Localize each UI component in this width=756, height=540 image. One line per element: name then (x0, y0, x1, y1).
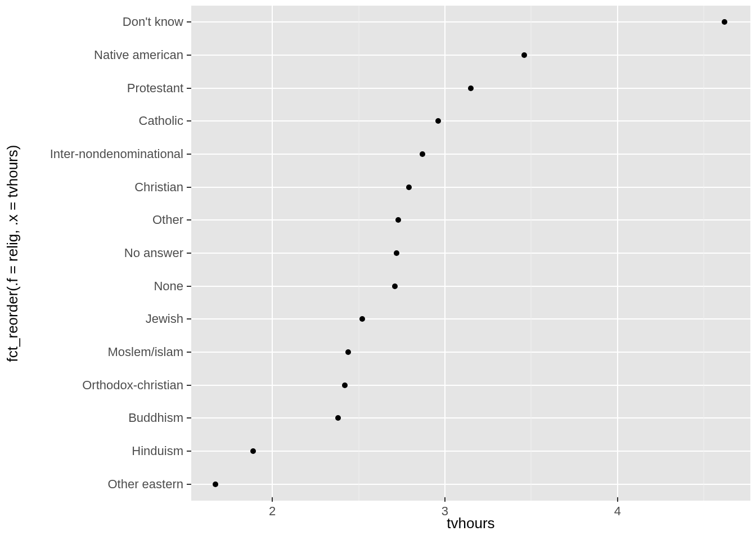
y-tick-label: Other eastern (107, 477, 183, 492)
grid-line-horizontal (191, 484, 750, 485)
y-tick-mark (187, 352, 191, 353)
grid-line-horizontal (191, 219, 750, 220)
data-point (468, 86, 474, 91)
data-point (359, 316, 365, 322)
y-tick-label: Hinduism (132, 444, 183, 458)
data-point (250, 448, 256, 454)
data-point (392, 284, 398, 289)
grid-line-horizontal (191, 21, 750, 22)
grid-line-horizontal (191, 286, 750, 287)
grid-line-horizontal (191, 451, 750, 452)
y-tick-label: Inter-nondenominational (50, 147, 183, 161)
x-axis-title-text: tvhours (447, 515, 494, 532)
y-tick-label: Jewish (146, 312, 183, 326)
y-tick-mark (187, 154, 191, 155)
grid-line-vertical-minor (704, 6, 704, 501)
grid-line-vertical-major (617, 6, 618, 501)
y-tick-label: Moslem/islam (108, 345, 183, 359)
grid-line-vertical-minor (358, 6, 359, 501)
y-tick-label: Catholic (139, 114, 183, 128)
y-tick-mark (187, 88, 191, 89)
y-tick-mark (187, 286, 191, 287)
y-tick-mark (187, 385, 191, 386)
y-tick-mark (187, 451, 191, 452)
grid-line-horizontal (191, 352, 750, 353)
y-tick-mark (187, 55, 191, 56)
data-point (345, 349, 351, 355)
data-point (395, 217, 401, 223)
grid-line-horizontal (191, 417, 750, 418)
y-axis-title: fct_reorder(.f = relig, .x = tvhours) (4, 0, 21, 506)
y-tick-mark (187, 318, 191, 320)
grid-line-horizontal (191, 55, 750, 56)
data-point (420, 151, 425, 157)
data-point (213, 482, 218, 487)
y-axis-title-text: fct_reorder(.f = relig, .x = tvhours) (4, 145, 22, 362)
x-tick-mark (617, 497, 618, 502)
data-point (406, 184, 412, 190)
y-tick-mark (187, 219, 191, 220)
x-tick-mark (444, 497, 446, 502)
grid-line-vertical-major (444, 6, 446, 501)
y-tick-label: Don't know (123, 15, 183, 29)
x-axis-title: tvhours (191, 515, 750, 537)
y-tick-mark (187, 417, 191, 418)
grid-line-horizontal (191, 253, 750, 254)
grid-line-horizontal (191, 120, 750, 122)
grid-line-vertical-major (272, 6, 273, 501)
plot-area (191, 6, 750, 501)
data-point (335, 415, 341, 421)
data-point (394, 250, 399, 256)
y-tick-label: None (154, 279, 183, 294)
chart-container: fct_reorder(.f = relig, .x = tvhours) Ot… (0, 0, 756, 540)
y-tick-mark (187, 253, 191, 254)
y-tick-mark (187, 21, 191, 22)
y-tick-mark (187, 484, 191, 485)
grid-line-horizontal (191, 187, 750, 188)
data-point (342, 382, 348, 388)
y-tick-mark (187, 120, 191, 122)
data-point (435, 118, 441, 124)
x-tick-mark (272, 497, 273, 502)
y-tick-label: Buddhism (128, 411, 183, 425)
grid-line-vertical-minor (531, 6, 532, 501)
grid-line-horizontal (191, 318, 750, 320)
y-tick-mark (187, 187, 191, 188)
grid-line-horizontal (191, 154, 750, 155)
data-point (521, 52, 527, 58)
y-tick-label: Christian (134, 180, 183, 195)
data-point (722, 19, 727, 25)
y-tick-label: Other (152, 213, 183, 227)
y-tick-label: No answer (124, 246, 183, 260)
grid-line-horizontal (191, 385, 750, 386)
y-tick-label: Orthodox-christian (82, 378, 183, 393)
y-tick-label: Native american (94, 48, 183, 62)
y-axis-ticks: Other easternHinduismBuddhismOrthodox-ch… (22, 6, 191, 501)
y-tick-label: Protestant (127, 81, 183, 96)
